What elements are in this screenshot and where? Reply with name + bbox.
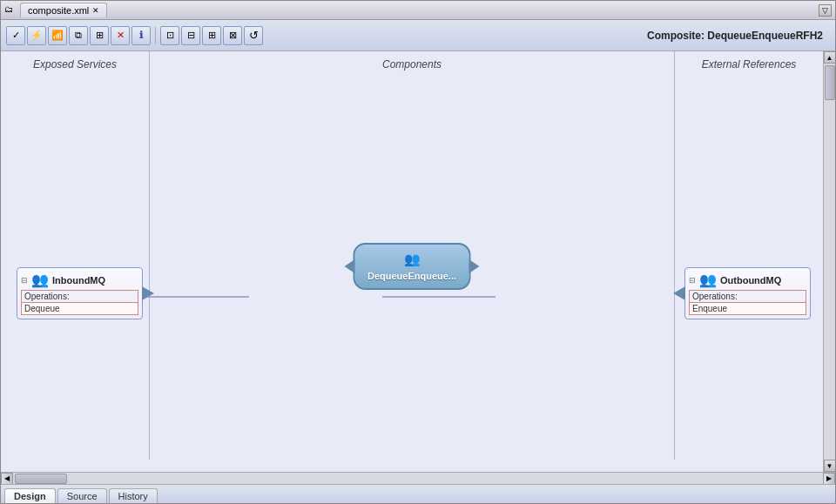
tab-filename: composite.xml xyxy=(28,5,89,16)
inbound-node[interactable]: ⊟ 👥 InboundMQ Operations: Dequeue xyxy=(17,267,143,319)
h-scroll-thumb[interactable] xyxy=(15,474,67,484)
outbound-ops-header: Operations: xyxy=(690,291,806,303)
h-scroll-left-button[interactable]: ◀ xyxy=(1,473,13,485)
components-header: Components xyxy=(149,58,675,71)
window-controls: ▽ xyxy=(819,4,832,17)
exposed-services-header: Exposed Services xyxy=(1,58,149,71)
outbound-header: ⊟ 👥 OutboundMQ xyxy=(689,272,806,288)
window-maximize-button[interactable]: ▽ xyxy=(819,4,832,17)
img2-button[interactable]: ⊟ xyxy=(181,26,200,45)
inbound-service-icon: 👥 xyxy=(31,272,49,288)
refresh-button[interactable]: ↺ xyxy=(244,26,263,45)
copy1-button[interactable]: ⧉ xyxy=(69,26,88,45)
outbound-operation[interactable]: Enqueue xyxy=(690,303,806,315)
main-content: Exposed Services Components External Ref… xyxy=(1,51,835,472)
inbound-operation[interactable]: Dequeue xyxy=(22,303,138,315)
run-button[interactable]: ⚡ xyxy=(27,26,46,45)
title-bar: 🗂 composite.xml ✕ ▽ xyxy=(1,1,835,20)
external-references-header: External References xyxy=(675,58,823,71)
divider-left xyxy=(149,51,150,460)
horizontal-scrollbar[interactable]: ◀ ▶ xyxy=(1,472,835,484)
h-scroll-track[interactable] xyxy=(13,473,823,485)
outbound-node[interactable]: ⊟ 👥 OutboundMQ Operations: Enqueue xyxy=(684,267,811,319)
divider-right xyxy=(674,51,675,460)
app-icon: 🗂 xyxy=(4,4,17,17)
h-scroll-right-button[interactable]: ▶ xyxy=(823,473,835,485)
info-button[interactable]: ℹ xyxy=(131,26,151,45)
toolbar: ✓ ⚡ 📶 ⧉ ⊞ ✕ ℹ ⊡ ⊟ ⊞ ⊠ ↺ Composite: Deque… xyxy=(1,20,835,51)
composite-name: DequeueEnqueueRFH2 xyxy=(707,30,823,42)
v-scroll-down-button[interactable]: ▼ xyxy=(824,460,836,472)
tab-close-icon[interactable]: ✕ xyxy=(92,6,99,15)
toolbar-separator xyxy=(155,27,156,44)
delete-button[interactable]: ✕ xyxy=(111,26,130,45)
validate-button[interactable]: ✓ xyxy=(6,26,25,45)
outbound-name: OutboundMQ xyxy=(720,275,781,286)
img1-button[interactable]: ⊡ xyxy=(160,26,179,45)
img3-button[interactable]: ⊞ xyxy=(202,26,221,45)
v-scroll-thumb[interactable] xyxy=(825,65,835,100)
canvas-area[interactable]: Exposed Services Components External Ref… xyxy=(1,51,823,472)
outbound-collapse-icon[interactable]: ⊟ xyxy=(689,276,696,285)
component-node[interactable]: 👥 DequeueEnqueue... xyxy=(354,243,471,290)
v-scroll-track[interactable] xyxy=(824,64,836,460)
component-icon: 👥 xyxy=(404,252,421,267)
vertical-scrollbar[interactable]: ▲ ▼ xyxy=(823,51,835,472)
copy2-button[interactable]: ⊞ xyxy=(90,26,109,45)
img4-button[interactable]: ⊠ xyxy=(223,26,242,45)
tab-design[interactable]: Design xyxy=(4,488,56,503)
inbound-right-port xyxy=(142,286,154,300)
signal-button[interactable]: 📶 xyxy=(48,26,67,45)
inbound-operations-table: Operations: Dequeue xyxy=(21,290,138,315)
component-name: DequeueEnqueue... xyxy=(367,271,456,281)
v-scroll-up-button[interactable]: ▲ xyxy=(824,51,836,64)
inbound-ops-header: Operations: xyxy=(22,291,138,303)
tab-history[interactable]: History xyxy=(109,488,158,503)
column-headers: Exposed Services Components External Ref… xyxy=(1,51,823,74)
tab-source[interactable]: Source xyxy=(57,488,107,503)
outbound-operations-table: Operations: Enqueue xyxy=(689,290,806,315)
title-tab[interactable]: composite.xml ✕ xyxy=(20,3,107,17)
component-right-port xyxy=(469,259,480,273)
outbound-service-icon: 👥 xyxy=(699,272,717,288)
inbound-name: InboundMQ xyxy=(52,275,105,286)
bottom-tabs: Design Source History xyxy=(1,484,835,503)
outbound-left-port xyxy=(673,286,685,300)
inbound-header: ⊟ 👥 InboundMQ xyxy=(21,272,138,288)
inbound-collapse-icon[interactable]: ⊟ xyxy=(21,276,28,285)
composite-label: Composite: DequeueEnqueueRFH2 xyxy=(647,30,830,42)
component-left-port xyxy=(345,259,355,273)
main-window: 🗂 composite.xml ✕ ▽ ✓ ⚡ 📶 ⧉ ⊞ ✕ ℹ ⊡ ⊟ ⊞ … xyxy=(0,0,836,504)
composite-prefix: Composite: xyxy=(647,30,705,42)
